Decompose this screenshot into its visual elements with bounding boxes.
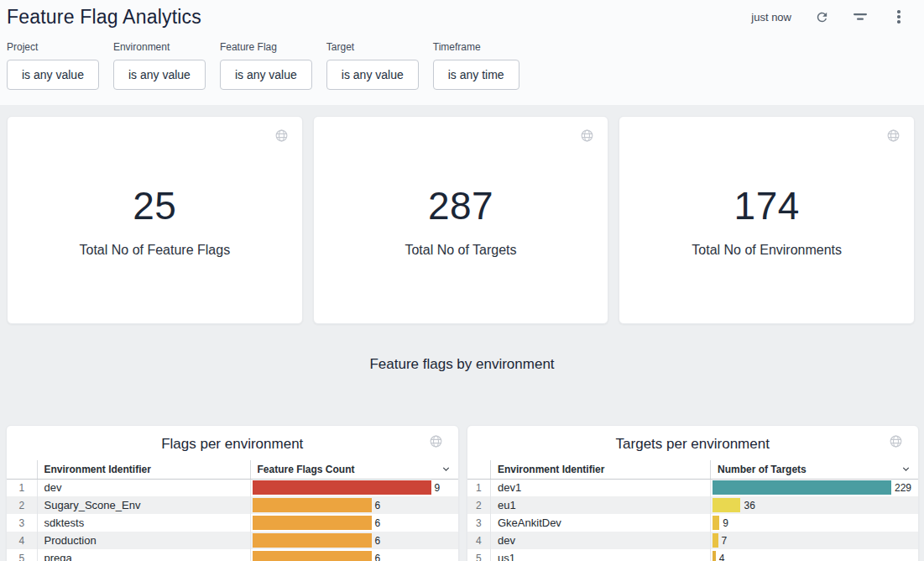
identifier-column-header[interactable]: Environment Identifier — [37, 460, 250, 479]
row-rank: 3 — [467, 514, 491, 532]
row-identifier: prega — [37, 549, 250, 561]
count-column-header[interactable]: Feature Flags Count — [250, 460, 458, 479]
flags-per-environment-table: Environment Identifier Feature Flags Cou… — [7, 460, 458, 561]
filter-project: Project is any value — [7, 41, 99, 90]
tables-row: Flags per environment Environment Identi… — [6, 425, 919, 561]
row-identifier: eu1 — [491, 496, 711, 514]
row-rank: 1 — [467, 479, 491, 496]
chevron-down-icon[interactable] — [441, 464, 452, 477]
globe-icon — [580, 128, 594, 146]
refresh-button[interactable] — [813, 8, 830, 25]
kpi-label: Total No of Environments — [692, 243, 842, 258]
kpi-value: 174 — [734, 183, 800, 228]
filter-timeframe: Timeframe is any time — [433, 41, 519, 90]
table-row: 1 dev 9 — [7, 479, 458, 496]
kpi-value: 25 — [133, 183, 176, 228]
row-bar-cell: 6 — [250, 549, 458, 561]
identifier-column-header[interactable]: Environment Identifier — [491, 460, 711, 479]
value-label: 36 — [744, 500, 754, 511]
row-rank: 5 — [467, 549, 491, 561]
value-bar — [713, 516, 719, 530]
targets-per-environment-card: Targets per environment Environment Iden… — [467, 425, 920, 561]
more-options-button[interactable] — [890, 8, 907, 25]
card-title: Targets per environment — [467, 426, 919, 462]
filter-feature-flag-value-button[interactable]: is any value — [220, 60, 312, 90]
row-bar-cell: 6 — [250, 496, 458, 514]
value-bar — [253, 516, 372, 530]
rank-column-header — [7, 460, 37, 479]
kpi-label: Total No of Feature Flags — [80, 243, 231, 258]
row-rank: 3 — [7, 514, 37, 532]
chevron-down-icon[interactable] — [901, 464, 911, 477]
value-label: 7 — [722, 535, 728, 547]
table-row: 3 GkeAnkitDev 9 — [467, 514, 919, 532]
filter-bar: Project is any value Environment is any … — [0, 30, 924, 90]
filter-icon — [853, 11, 868, 23]
table-row: 1 dev1 229 — [467, 479, 919, 496]
filter-label: Environment — [113, 41, 206, 53]
value-bar — [713, 480, 891, 495]
row-bar-cell: 7 — [711, 532, 919, 549]
row-identifier: Production — [37, 532, 250, 549]
kpi-value: 287 — [428, 183, 493, 228]
row-identifier: us1 — [491, 549, 711, 561]
value-label: 6 — [375, 500, 381, 511]
filter-timeframe-value-button[interactable]: is any time — [433, 60, 519, 90]
row-rank: 4 — [7, 532, 37, 549]
row-identifier: Sugary_Scone_Env — [37, 496, 250, 514]
flags-per-environment-card: Flags per environment Environment Identi… — [6, 425, 459, 561]
row-bar-cell: 229 — [711, 479, 919, 496]
page-title: Feature Flag Analytics — [7, 6, 201, 29]
table-row: 5 us1 4 — [467, 549, 919, 561]
filter-target: Target is any value — [326, 41, 419, 90]
row-rank: 4 — [467, 532, 491, 549]
value-bar — [253, 533, 372, 548]
kebab-menu-icon — [897, 10, 901, 24]
refresh-icon — [815, 10, 829, 24]
row-identifier: dev — [491, 532, 711, 549]
row-bar-cell: 9 — [250, 479, 458, 496]
globe-icon — [429, 434, 443, 452]
globe-icon — [274, 128, 289, 146]
filter-label: Feature Flag — [220, 41, 312, 53]
targets-per-environment-table: Environment Identifier Number of Targets… — [467, 460, 919, 561]
kpi-card-environments: 174 Total No of Environments — [619, 116, 915, 324]
value-label: 6 — [375, 517, 381, 529]
value-bar — [253, 480, 431, 495]
row-identifier: sdktests — [37, 514, 250, 532]
value-label: 6 — [375, 535, 381, 547]
value-bar — [713, 533, 718, 548]
row-rank: 2 — [7, 496, 37, 514]
value-bar — [253, 551, 372, 561]
header-actions: just now — [751, 8, 907, 25]
row-rank: 2 — [467, 496, 491, 514]
value-bar — [253, 498, 372, 512]
table-row: 4 Production 6 — [7, 532, 458, 549]
row-identifier: GkeAnkitDev — [491, 514, 711, 532]
row-bar-cell: 6 — [250, 532, 458, 549]
value-label: 4 — [719, 553, 725, 561]
table-row: 5 prega 6 — [7, 549, 458, 561]
card-title: Flags per environment — [7, 426, 458, 462]
row-identifier: dev1 — [491, 479, 711, 496]
filter-project-value-button[interactable]: is any value — [7, 60, 99, 90]
row-bar-cell: 4 — [711, 549, 919, 561]
row-identifier: dev — [37, 479, 250, 496]
filters-toggle-button[interactable] — [852, 8, 869, 25]
row-bar-cell: 6 — [250, 514, 458, 532]
count-column-header[interactable]: Number of Targets — [711, 460, 919, 479]
kpi-label: Total No of Targets — [405, 243, 516, 258]
rank-column-header — [467, 460, 491, 479]
filter-environment: Environment is any value — [113, 41, 206, 90]
filter-environment-value-button[interactable]: is any value — [113, 60, 206, 90]
kpi-card-targets: 287 Total No of Targets — [313, 116, 609, 324]
filter-target-value-button[interactable]: is any value — [326, 60, 419, 90]
value-bar — [713, 551, 716, 561]
globe-icon — [889, 434, 903, 452]
value-label: 9 — [723, 517, 728, 529]
filter-label: Project — [7, 41, 99, 53]
table-row: 2 eu1 36 — [467, 496, 919, 514]
value-label: 229 — [895, 482, 911, 494]
row-rank: 1 — [7, 479, 37, 496]
section-title: Feature flags by environment — [0, 356, 924, 375]
